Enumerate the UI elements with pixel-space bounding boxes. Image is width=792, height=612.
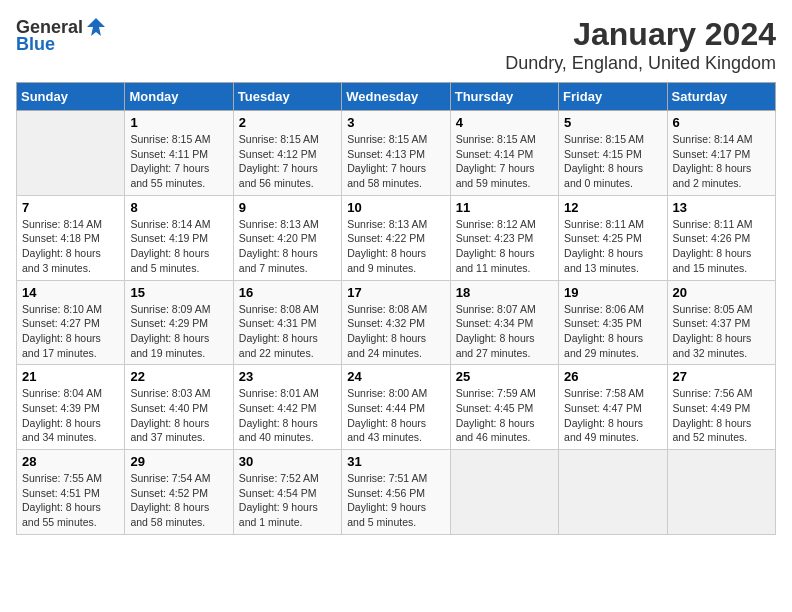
weekday-header-sunday: Sunday bbox=[17, 83, 125, 111]
calendar-cell: 20 Sunrise: 8:05 AMSunset: 4:37 PMDaylig… bbox=[667, 280, 775, 365]
page-title: January 2024 bbox=[505, 16, 776, 53]
calendar-cell: 15 Sunrise: 8:09 AMSunset: 4:29 PMDaylig… bbox=[125, 280, 233, 365]
day-number: 5 bbox=[564, 115, 661, 130]
calendar-week-5: 28 Sunrise: 7:55 AMSunset: 4:51 PMDaylig… bbox=[17, 450, 776, 535]
page-subtitle: Dundry, England, United Kingdom bbox=[505, 53, 776, 74]
day-number: 22 bbox=[130, 369, 227, 384]
calendar-cell: 25 Sunrise: 7:59 AMSunset: 4:45 PMDaylig… bbox=[450, 365, 558, 450]
day-number: 17 bbox=[347, 285, 444, 300]
calendar-cell: 28 Sunrise: 7:55 AMSunset: 4:51 PMDaylig… bbox=[17, 450, 125, 535]
weekday-header-saturday: Saturday bbox=[667, 83, 775, 111]
day-number: 31 bbox=[347, 454, 444, 469]
day-number: 29 bbox=[130, 454, 227, 469]
header: General Blue January 2024 Dundry, Englan… bbox=[16, 16, 776, 74]
day-number: 6 bbox=[673, 115, 770, 130]
day-number: 4 bbox=[456, 115, 553, 130]
calendar-cell: 22 Sunrise: 8:03 AMSunset: 4:40 PMDaylig… bbox=[125, 365, 233, 450]
day-number: 21 bbox=[22, 369, 119, 384]
day-number: 12 bbox=[564, 200, 661, 215]
day-info: Sunrise: 8:11 AMSunset: 4:26 PMDaylight:… bbox=[673, 217, 770, 276]
calendar-week-1: 1 Sunrise: 8:15 AMSunset: 4:11 PMDayligh… bbox=[17, 111, 776, 196]
day-number: 28 bbox=[22, 454, 119, 469]
calendar-cell: 8 Sunrise: 8:14 AMSunset: 4:19 PMDayligh… bbox=[125, 195, 233, 280]
day-info: Sunrise: 8:14 AMSunset: 4:18 PMDaylight:… bbox=[22, 217, 119, 276]
calendar-week-4: 21 Sunrise: 8:04 AMSunset: 4:39 PMDaylig… bbox=[17, 365, 776, 450]
day-info: Sunrise: 8:14 AMSunset: 4:17 PMDaylight:… bbox=[673, 132, 770, 191]
day-info: Sunrise: 7:59 AMSunset: 4:45 PMDaylight:… bbox=[456, 386, 553, 445]
day-info: Sunrise: 7:52 AMSunset: 4:54 PMDaylight:… bbox=[239, 471, 336, 530]
calendar-cell: 24 Sunrise: 8:00 AMSunset: 4:44 PMDaylig… bbox=[342, 365, 450, 450]
calendar-cell bbox=[17, 111, 125, 196]
calendar-cell: 13 Sunrise: 8:11 AMSunset: 4:26 PMDaylig… bbox=[667, 195, 775, 280]
calendar-cell bbox=[559, 450, 667, 535]
day-number: 24 bbox=[347, 369, 444, 384]
day-info: Sunrise: 8:15 AMSunset: 4:12 PMDaylight:… bbox=[239, 132, 336, 191]
weekday-header-thursday: Thursday bbox=[450, 83, 558, 111]
calendar-cell bbox=[667, 450, 775, 535]
day-info: Sunrise: 8:06 AMSunset: 4:35 PMDaylight:… bbox=[564, 302, 661, 361]
calendar-cell: 4 Sunrise: 8:15 AMSunset: 4:14 PMDayligh… bbox=[450, 111, 558, 196]
day-number: 18 bbox=[456, 285, 553, 300]
calendar-cell: 6 Sunrise: 8:14 AMSunset: 4:17 PMDayligh… bbox=[667, 111, 775, 196]
day-info: Sunrise: 8:08 AMSunset: 4:31 PMDaylight:… bbox=[239, 302, 336, 361]
day-info: Sunrise: 8:14 AMSunset: 4:19 PMDaylight:… bbox=[130, 217, 227, 276]
day-info: Sunrise: 7:51 AMSunset: 4:56 PMDaylight:… bbox=[347, 471, 444, 530]
day-number: 23 bbox=[239, 369, 336, 384]
day-number: 30 bbox=[239, 454, 336, 469]
day-number: 9 bbox=[239, 200, 336, 215]
calendar-cell: 12 Sunrise: 8:11 AMSunset: 4:25 PMDaylig… bbox=[559, 195, 667, 280]
calendar-cell: 9 Sunrise: 8:13 AMSunset: 4:20 PMDayligh… bbox=[233, 195, 341, 280]
day-info: Sunrise: 8:04 AMSunset: 4:39 PMDaylight:… bbox=[22, 386, 119, 445]
svg-marker-0 bbox=[87, 18, 105, 36]
logo: General Blue bbox=[16, 16, 107, 55]
day-number: 3 bbox=[347, 115, 444, 130]
calendar-cell bbox=[450, 450, 558, 535]
calendar-cell: 27 Sunrise: 7:56 AMSunset: 4:49 PMDaylig… bbox=[667, 365, 775, 450]
calendar-cell: 26 Sunrise: 7:58 AMSunset: 4:47 PMDaylig… bbox=[559, 365, 667, 450]
calendar-cell: 30 Sunrise: 7:52 AMSunset: 4:54 PMDaylig… bbox=[233, 450, 341, 535]
calendar-cell: 29 Sunrise: 7:54 AMSunset: 4:52 PMDaylig… bbox=[125, 450, 233, 535]
calendar-cell: 23 Sunrise: 8:01 AMSunset: 4:42 PMDaylig… bbox=[233, 365, 341, 450]
day-number: 15 bbox=[130, 285, 227, 300]
day-number: 7 bbox=[22, 200, 119, 215]
day-info: Sunrise: 7:54 AMSunset: 4:52 PMDaylight:… bbox=[130, 471, 227, 530]
day-number: 8 bbox=[130, 200, 227, 215]
day-info: Sunrise: 8:08 AMSunset: 4:32 PMDaylight:… bbox=[347, 302, 444, 361]
weekday-header-wednesday: Wednesday bbox=[342, 83, 450, 111]
calendar-table: SundayMondayTuesdayWednesdayThursdayFrid… bbox=[16, 82, 776, 535]
day-number: 14 bbox=[22, 285, 119, 300]
day-number: 26 bbox=[564, 369, 661, 384]
calendar-cell: 10 Sunrise: 8:13 AMSunset: 4:22 PMDaylig… bbox=[342, 195, 450, 280]
day-info: Sunrise: 7:56 AMSunset: 4:49 PMDaylight:… bbox=[673, 386, 770, 445]
day-info: Sunrise: 8:09 AMSunset: 4:29 PMDaylight:… bbox=[130, 302, 227, 361]
day-number: 1 bbox=[130, 115, 227, 130]
weekday-header-friday: Friday bbox=[559, 83, 667, 111]
calendar-cell: 2 Sunrise: 8:15 AMSunset: 4:12 PMDayligh… bbox=[233, 111, 341, 196]
day-number: 16 bbox=[239, 285, 336, 300]
day-info: Sunrise: 8:11 AMSunset: 4:25 PMDaylight:… bbox=[564, 217, 661, 276]
calendar-cell: 16 Sunrise: 8:08 AMSunset: 4:31 PMDaylig… bbox=[233, 280, 341, 365]
day-info: Sunrise: 8:01 AMSunset: 4:42 PMDaylight:… bbox=[239, 386, 336, 445]
weekday-header-tuesday: Tuesday bbox=[233, 83, 341, 111]
calendar-cell: 1 Sunrise: 8:15 AMSunset: 4:11 PMDayligh… bbox=[125, 111, 233, 196]
calendar-cell: 5 Sunrise: 8:15 AMSunset: 4:15 PMDayligh… bbox=[559, 111, 667, 196]
day-info: Sunrise: 8:03 AMSunset: 4:40 PMDaylight:… bbox=[130, 386, 227, 445]
calendar-week-3: 14 Sunrise: 8:10 AMSunset: 4:27 PMDaylig… bbox=[17, 280, 776, 365]
calendar-cell: 17 Sunrise: 8:08 AMSunset: 4:32 PMDaylig… bbox=[342, 280, 450, 365]
day-info: Sunrise: 8:12 AMSunset: 4:23 PMDaylight:… bbox=[456, 217, 553, 276]
day-info: Sunrise: 8:00 AMSunset: 4:44 PMDaylight:… bbox=[347, 386, 444, 445]
day-info: Sunrise: 8:15 AMSunset: 4:14 PMDaylight:… bbox=[456, 132, 553, 191]
day-info: Sunrise: 8:13 AMSunset: 4:22 PMDaylight:… bbox=[347, 217, 444, 276]
day-info: Sunrise: 8:05 AMSunset: 4:37 PMDaylight:… bbox=[673, 302, 770, 361]
day-number: 13 bbox=[673, 200, 770, 215]
logo-icon bbox=[85, 16, 107, 38]
day-info: Sunrise: 7:58 AMSunset: 4:47 PMDaylight:… bbox=[564, 386, 661, 445]
calendar-week-2: 7 Sunrise: 8:14 AMSunset: 4:18 PMDayligh… bbox=[17, 195, 776, 280]
weekday-header-monday: Monday bbox=[125, 83, 233, 111]
title-section: January 2024 Dundry, England, United Kin… bbox=[505, 16, 776, 74]
weekday-header-row: SundayMondayTuesdayWednesdayThursdayFrid… bbox=[17, 83, 776, 111]
day-info: Sunrise: 8:13 AMSunset: 4:20 PMDaylight:… bbox=[239, 217, 336, 276]
day-number: 2 bbox=[239, 115, 336, 130]
day-info: Sunrise: 7:55 AMSunset: 4:51 PMDaylight:… bbox=[22, 471, 119, 530]
day-info: Sunrise: 8:15 AMSunset: 4:11 PMDaylight:… bbox=[130, 132, 227, 191]
